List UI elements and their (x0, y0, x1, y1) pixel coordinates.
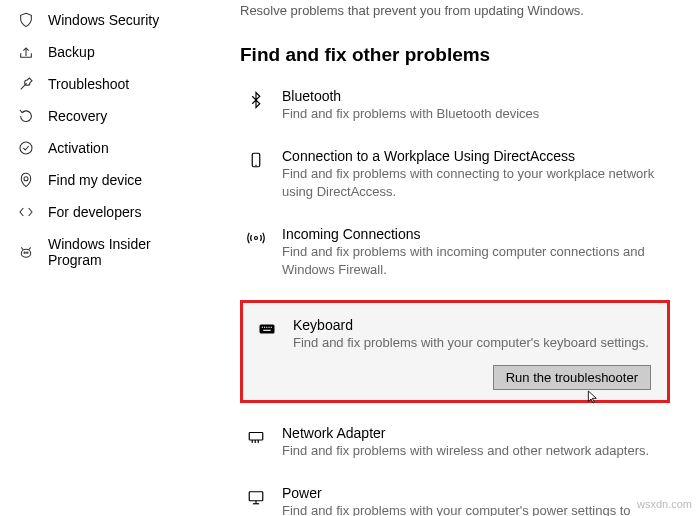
sidebar-item-label: Backup (48, 44, 95, 60)
sidebar-item-label: Activation (48, 140, 109, 156)
signal-icon (246, 228, 266, 248)
svg-point-8 (27, 252, 28, 253)
sidebar-item-windows-security[interactable]: Windows Security (0, 4, 199, 36)
troubleshooter-title: Connection to a Workplace Using DirectAc… (282, 148, 664, 164)
svg-rect-17 (271, 327, 272, 328)
sidebar-item-backup[interactable]: Backup (0, 36, 199, 68)
troubleshooter-text: Connection to a Workplace Using DirectAc… (282, 148, 664, 200)
keyboard-icon (257, 319, 277, 339)
svg-point-7 (24, 252, 25, 253)
svg-rect-14 (264, 327, 265, 328)
troubleshooter-desc: Find and fix problems with connecting to… (282, 165, 664, 200)
svg-line-5 (21, 247, 23, 250)
troubleshooter-keyboard[interactable]: Keyboard Find and fix problems with your… (240, 300, 670, 403)
svg-line-6 (29, 247, 31, 250)
troubleshooter-title: Network Adapter (282, 425, 664, 441)
troubleshooter-title: Incoming Connections (282, 226, 664, 242)
sidebar-item-label: Recovery (48, 108, 107, 124)
troubleshooter-list: Bluetooth Find and fix problems with Blu… (240, 84, 670, 516)
shield-icon (18, 12, 34, 28)
troubleshooter-power[interactable]: Power Find and fix problems with your co… (240, 481, 670, 516)
svg-point-2 (20, 142, 32, 154)
cursor-icon (585, 389, 601, 408)
svg-rect-16 (269, 327, 270, 328)
troubleshooter-desc: Find and fix problems with your computer… (293, 334, 653, 352)
troubleshooter-text: Keyboard Find and fix problems with your… (293, 317, 653, 352)
troubleshooter-bluetooth[interactable]: Bluetooth Find and fix problems with Blu… (240, 84, 670, 127)
sidebar-item-label: For developers (48, 204, 141, 220)
settings-layout: Windows Security Backup Troubleshoot Rec… (0, 0, 700, 516)
troubleshooter-text: Network Adapter Find and fix problems wi… (282, 425, 664, 460)
troubleshooter-directaccess[interactable]: Connection to a Workplace Using DirectAc… (240, 144, 670, 204)
svg-rect-15 (266, 327, 267, 328)
svg-rect-18 (263, 330, 271, 331)
svg-rect-19 (249, 432, 263, 440)
troubleshooter-title: Power (282, 485, 664, 501)
sidebar-item-recovery[interactable]: Recovery (0, 100, 199, 132)
troubleshooter-text: Incoming Connections Find and fix proble… (282, 226, 664, 278)
troubleshooter-title: Bluetooth (282, 88, 664, 104)
troubleshooter-desc: Find and fix problems with your computer… (282, 502, 664, 516)
troubleshooter-network-adapter[interactable]: Network Adapter Find and fix problems wi… (240, 421, 670, 464)
bluetooth-icon (246, 90, 266, 110)
network-adapter-icon (246, 427, 266, 447)
troubleshooter-text: Bluetooth Find and fix problems with Blu… (282, 88, 664, 123)
svg-point-11 (255, 237, 258, 240)
directaccess-icon (246, 150, 266, 170)
power-icon (246, 487, 266, 507)
sidebar-nav: Windows Security Backup Troubleshoot Rec… (0, 0, 200, 516)
sidebar-item-find-my-device[interactable]: Find my device (0, 164, 199, 196)
backup-icon (18, 44, 34, 60)
insider-icon (18, 244, 34, 260)
section-heading: Find and fix other problems (240, 44, 670, 66)
troubleshooter-desc: Find and fix problems with Bluetooth dev… (282, 105, 664, 123)
svg-rect-13 (262, 327, 263, 328)
check-circle-icon (18, 140, 34, 156)
svg-point-4 (21, 249, 30, 257)
run-troubleshooter-button[interactable]: Run the troubleshooter (493, 365, 651, 390)
troubleshooter-incoming-connections[interactable]: Incoming Connections Find and fix proble… (240, 222, 670, 282)
troubleshooter-desc: Find and fix problems with incoming comp… (282, 243, 664, 278)
sidebar-item-label: Windows Insider Program (48, 236, 187, 268)
svg-rect-12 (260, 325, 275, 334)
windows-update-desc: Resolve problems that prevent you from u… (240, 2, 670, 20)
wrench-icon (18, 76, 34, 92)
sidebar-item-troubleshoot[interactable]: Troubleshoot (0, 68, 199, 100)
content-pane: Resolve problems that prevent you from u… (200, 0, 700, 516)
sidebar-item-activation[interactable]: Activation (0, 132, 199, 164)
sidebar-item-insider-program[interactable]: Windows Insider Program (0, 228, 199, 276)
svg-rect-23 (249, 492, 263, 501)
sidebar-item-label: Find my device (48, 172, 142, 188)
troubleshooter-desc: Find and fix problems with wireless and … (282, 442, 664, 460)
svg-line-1 (21, 83, 27, 89)
sidebar-item-label: Windows Security (48, 12, 159, 28)
code-icon (18, 204, 34, 220)
sidebar-item-for-developers[interactable]: For developers (0, 196, 199, 228)
troubleshooter-text: Power Find and fix problems with your co… (282, 485, 664, 516)
svg-point-3 (24, 177, 28, 181)
recovery-icon (18, 108, 34, 124)
location-icon (18, 172, 34, 188)
watermark: wsxdn.com (637, 498, 692, 510)
sidebar-item-label: Troubleshoot (48, 76, 129, 92)
troubleshooter-title: Keyboard (293, 317, 653, 333)
